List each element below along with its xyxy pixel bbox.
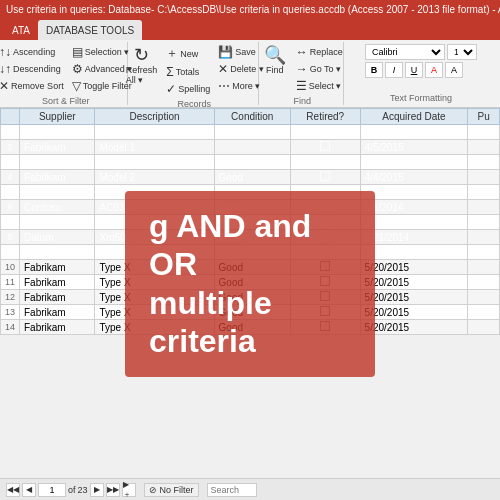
- retired-checkbox[interactable]: [320, 291, 330, 301]
- tab-data[interactable]: ATA: [4, 20, 38, 40]
- table-row[interactable]: 6ContosoAC0302Good4/1/2014: [1, 200, 500, 215]
- filter-badge[interactable]: ⊘ No Filter: [144, 483, 199, 497]
- retired-checkbox[interactable]: [320, 216, 330, 226]
- table-row[interactable]: 2FabrikamModel 14/5/2015: [1, 140, 500, 155]
- table-row[interactable]: 3Fabrikam(very description)Type 14/4/201…: [1, 155, 500, 170]
- table-row[interactable]: 13FabrikamType XGood5/20/2015: [1, 305, 500, 320]
- retired-checkbox[interactable]: [320, 261, 330, 271]
- ribbon: ↑↓ Ascending ↓↑ Descending ✕ Remove Sort…: [0, 40, 500, 108]
- save-label: Save: [235, 47, 256, 57]
- col-header-rownum: [1, 109, 20, 125]
- table-row[interactable]: 14FabrikamType XGood5/20/2015: [1, 320, 500, 335]
- remove-sort-button[interactable]: ✕ Remove Sort: [0, 78, 67, 94]
- retired-checkbox[interactable]: [320, 306, 330, 316]
- highlight-button[interactable]: A: [445, 62, 463, 78]
- replace-button[interactable]: ↔ Replace: [293, 44, 346, 60]
- table-row[interactable]: 4FabrikamModel 2Good4/4/2015: [1, 170, 500, 185]
- new-button[interactable]: ＋ New: [163, 44, 213, 63]
- table-header-row: Supplier Description Condition Retired? …: [1, 109, 500, 125]
- retired-checkbox[interactable]: [320, 141, 330, 151]
- cell-retired: [290, 260, 360, 275]
- cell-rownum: 5: [1, 185, 20, 200]
- totals-button[interactable]: Σ Totals: [163, 64, 213, 80]
- underline-button[interactable]: U: [405, 62, 423, 78]
- table-row[interactable]: 12FabrikamType XGood5/20/2015: [1, 290, 500, 305]
- cell-rownum: 3: [1, 155, 20, 170]
- cell-acquired: 5/20/2015: [360, 275, 468, 290]
- col-header-retired[interactable]: Retired?: [290, 109, 360, 125]
- cell-acquired: 4/1/2014: [360, 200, 468, 215]
- nav-next-button[interactable]: ▶: [90, 483, 104, 497]
- table-body: 1FabrikamModel 2Good11/22/20152FabrikamM…: [1, 125, 500, 335]
- cell-pu: [468, 215, 500, 230]
- col-header-acquired[interactable]: Acquired Date: [360, 109, 468, 125]
- font-row-1: Calibri 11: [365, 44, 477, 60]
- retired-checkbox[interactable]: [320, 246, 330, 256]
- col-header-description[interactable]: Description: [95, 109, 214, 125]
- spelling-button[interactable]: ✓ Spelling: [163, 81, 213, 97]
- font-color-button[interactable]: A: [425, 62, 443, 78]
- ascending-icon: ↑↓: [0, 45, 11, 59]
- refresh-icon: ↻: [134, 46, 149, 64]
- descending-button[interactable]: ↓↑ Descending: [0, 61, 67, 77]
- select-button[interactable]: ☰ Select ▾: [293, 78, 346, 94]
- table-row[interactable]: 10FabrikamType XGood5/20/2015: [1, 260, 500, 275]
- nav-first-button[interactable]: ◀◀: [6, 483, 20, 497]
- cell-condition: Good: [214, 305, 290, 320]
- ascending-button[interactable]: ↑↓ Ascending: [0, 44, 67, 60]
- cell-acquired: 3/21/2014: [360, 230, 468, 245]
- col-header-supplier[interactable]: Supplier: [20, 109, 95, 125]
- retired-checkbox[interactable]: [320, 171, 330, 181]
- font-size-select[interactable]: 11: [447, 44, 477, 60]
- retired-checkbox[interactable]: [320, 126, 330, 136]
- table-row[interactable]: 9DatumXm50aGood3/21/2014: [1, 245, 500, 260]
- retired-checkbox[interactable]: [320, 231, 330, 241]
- cell-supplier: Fabrikam: [20, 320, 95, 335]
- nav-new-button[interactable]: ▶＋: [122, 483, 136, 497]
- italic-button[interactable]: I: [385, 62, 403, 78]
- spelling-icon: ✓: [166, 82, 176, 96]
- table-row[interactable]: 7DatumXm50aGood3/21/2014: [1, 215, 500, 230]
- col-header-condition[interactable]: Condition: [214, 109, 290, 125]
- cell-condition: Good: [214, 200, 290, 215]
- totals-label: Totals: [176, 67, 200, 77]
- nav-prev-button[interactable]: ◀: [22, 483, 36, 497]
- find-button[interactable]: 🔍 Find: [259, 44, 291, 77]
- retired-checkbox[interactable]: [320, 186, 330, 196]
- goto-label: Go To ▾: [310, 64, 341, 74]
- table-row[interactable]: 1FabrikamModel 2Good11/22/2015: [1, 125, 500, 140]
- new-icon: ＋: [166, 45, 178, 62]
- cell-condition: Good: [214, 275, 290, 290]
- refresh-button[interactable]: ↻ RefreshAll ▾: [122, 44, 162, 87]
- cell-condition: Good: [214, 185, 290, 200]
- cell-description: AC0301: [95, 185, 214, 200]
- cell-rownum: 14: [1, 320, 20, 335]
- table-row[interactable]: 11FabrikamType XGood5/20/2015: [1, 275, 500, 290]
- record-number-input[interactable]: [38, 483, 66, 497]
- goto-button[interactable]: → Go To ▾: [293, 61, 346, 77]
- table-row[interactable]: 8DatumXm50aGood3/21/2014: [1, 230, 500, 245]
- font-row-2: B I U A A: [365, 62, 477, 78]
- cell-supplier: Fabrikam: [20, 260, 95, 275]
- search-input[interactable]: [207, 483, 257, 497]
- col-header-pu[interactable]: Pu: [468, 109, 500, 125]
- tab-database-tools[interactable]: DATABASE TOOLS: [38, 20, 142, 40]
- cell-rownum: 1: [1, 125, 20, 140]
- cell-supplier: Datum: [20, 230, 95, 245]
- cell-description: Model 2: [95, 125, 214, 140]
- retired-checkbox[interactable]: [320, 321, 330, 331]
- cell-pu: [468, 305, 500, 320]
- select-icon: ☰: [296, 79, 307, 93]
- font-name-select[interactable]: Calibri: [365, 44, 445, 60]
- cell-description: (very description): [95, 155, 214, 170]
- nav-last-button[interactable]: ▶▶: [106, 483, 120, 497]
- retired-checkbox[interactable]: [320, 276, 330, 286]
- cell-acquired: 11/22/2015: [360, 125, 468, 140]
- retired-checkbox[interactable]: [320, 201, 330, 211]
- cell-condition: Good: [214, 260, 290, 275]
- ribbon-tabs: ATA DATABASE TOOLS: [0, 18, 500, 40]
- more-icon: ⋯: [218, 79, 230, 93]
- bold-button[interactable]: B: [365, 62, 383, 78]
- retired-checkbox[interactable]: [320, 156, 330, 166]
- table-row[interactable]: 5ContosoAC0301Good4/1/2014: [1, 185, 500, 200]
